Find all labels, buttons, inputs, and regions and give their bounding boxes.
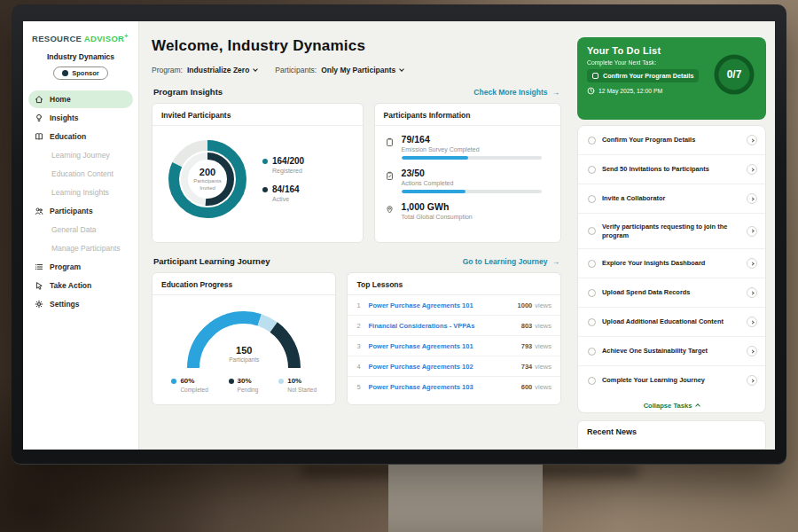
sidebar-item-learning-insights[interactable]: Learning Insights (28, 184, 133, 201)
sidebar-item-education-content[interactable]: Education Content (28, 165, 133, 183)
card-title: Education Progress (153, 273, 335, 295)
sidebar-item-insights[interactable]: Insights (28, 109, 133, 127)
chevron-right-icon[interactable] (747, 317, 757, 327)
sidebar-item-manage-participants[interactable]: Manage Participants (28, 239, 133, 257)
lesson-row: 3 Power Purchase Agreements 101 793views (348, 336, 560, 356)
home-icon (35, 95, 43, 104)
lesson-link[interactable]: Power Purchase Agreements 101 (368, 342, 520, 350)
stat-value: 1,000 GWh (402, 201, 473, 212)
views-label: views (535, 322, 552, 330)
checkbox-icon[interactable] (588, 195, 596, 203)
clock-icon (587, 87, 595, 95)
sidebar-item-program[interactable]: Program (28, 258, 133, 276)
list-icon (35, 262, 43, 271)
sidebar-item-label: Education Content (51, 169, 113, 178)
views-label: views (535, 301, 552, 309)
actions-completed-stat: 23/50 Actions Completed (385, 168, 551, 193)
active-label: Active (272, 196, 304, 202)
todo-progress-text: 0/7 (727, 68, 742, 81)
gauge-center-value: 150 (153, 345, 335, 356)
chevron-right-icon[interactable] (747, 164, 757, 175)
task-row[interactable]: Explore Your Insights Dashboard (578, 249, 765, 278)
chevron-right-icon[interactable] (747, 193, 757, 204)
participants-filter-dropdown[interactable]: Only My Participants (321, 66, 403, 74)
recent-news-header[interactable]: Recent News (577, 420, 766, 450)
registered-label: Registered (272, 168, 304, 174)
stat-value: 23/50 (402, 168, 542, 178)
sidebar-nav: Home Insights Education Learning Journey (23, 90, 138, 313)
sidebar-item-participants[interactable]: Participants (28, 202, 133, 220)
lesson-views: 1000 (518, 301, 533, 309)
chevron-right-icon[interactable] (747, 346, 757, 356)
chevron-right-icon[interactable] (747, 258, 757, 269)
next-task-chip[interactable]: Confirm Your Program Details (587, 69, 699, 82)
task-row[interactable]: Verify participants requesting to join t… (578, 214, 765, 249)
emission-survey-stat: 79/164 Emission Survey Completed (385, 134, 551, 160)
chevron-down-icon (399, 66, 404, 72)
participants-information-card: Participants Information 79/164 Emission… (374, 103, 561, 243)
check-more-insights-link[interactable]: Check More Insights (473, 88, 559, 97)
not-started-value: 10% (287, 377, 301, 385)
checkbox-icon[interactable] (588, 318, 596, 326)
donut-center-label: Participants Invited (188, 178, 227, 191)
sidebar-item-general-data[interactable]: General Data (28, 221, 133, 239)
survey-icon (385, 134, 395, 160)
checkbox-icon[interactable] (588, 377, 596, 385)
checkbox-icon[interactable] (588, 166, 596, 174)
task-row[interactable]: Upload Spend Data Records (578, 278, 765, 308)
sidebar-item-label: Manage Participants (51, 244, 121, 253)
logo-advisor: ADVISOR (84, 34, 124, 43)
go-to-learning-journey-link[interactable]: Go to Learning Journey (463, 257, 559, 266)
todo-panel: Your To Do List Complete Your Next Task:… (574, 21, 775, 450)
views-label: views (535, 342, 552, 350)
chevron-right-icon[interactable] (747, 135, 757, 145)
task-row[interactable]: Complete Your Learning Journey (578, 366, 765, 395)
task-row[interactable]: Confirm Your Program Details (578, 126, 765, 155)
program-filter-dropdown[interactable]: Industrialize Zero (187, 66, 257, 74)
program-filter-value: Industrialize Zero (187, 66, 249, 74)
lesson-link[interactable]: Power Purchase Agreements 101 (368, 301, 517, 309)
task-label: Send 50 Invitations to Participants (602, 165, 740, 174)
lesson-link[interactable]: Power Purchase Agreements 102 (368, 363, 520, 371)
sidebar-item-education[interactable]: Education (28, 128, 133, 145)
collapse-tasks-button[interactable]: Collapse Tasks (578, 395, 765, 413)
task-label: Verify participants requesting to join t… (602, 223, 740, 239)
checkbox-icon[interactable] (588, 260, 596, 268)
active-dot (262, 187, 268, 192)
completed-dot (171, 379, 176, 384)
gear-icon (35, 300, 43, 309)
lesson-link[interactable]: Financial Considerations - VPPAs (368, 322, 520, 330)
checkbox-icon[interactable] (592, 73, 598, 79)
task-row[interactable]: Send 50 Invitations to Participants (578, 155, 765, 184)
sidebar-item-label: Insights (50, 113, 79, 122)
chevron-right-icon[interactable] (747, 287, 757, 298)
task-row[interactable]: Achieve One Sustainability Target (578, 337, 765, 366)
completed-label: Completed (180, 387, 207, 393)
pending-dot (229, 379, 234, 384)
sidebar-item-learning-journey[interactable]: Learning Journey (28, 146, 133, 164)
card-title: Participants Information (375, 104, 560, 126)
task-row[interactable]: Invite a Collaborator (578, 184, 765, 214)
task-label: Confirm Your Program Details (602, 136, 740, 145)
checkbox-icon[interactable] (588, 289, 596, 297)
org-name: Industry Dynamics (23, 52, 138, 61)
registered-dot (262, 159, 268, 164)
lesson-link[interactable]: Power Purchase Agreements 103 (368, 383, 520, 391)
checkbox-icon[interactable] (588, 227, 596, 235)
participants-filter-label: Participants: (275, 66, 317, 74)
chevron-right-icon[interactable] (747, 375, 757, 386)
task-row[interactable]: Upload Additional Educational Content (578, 308, 765, 337)
checkbox-icon[interactable] (588, 348, 596, 356)
task-label: Upload Additional Educational Content (602, 317, 740, 326)
not-started-label: Not Started (287, 387, 317, 393)
sidebar-item-home[interactable]: Home (28, 90, 133, 108)
collapse-label: Collapse Tasks (644, 402, 692, 410)
checkbox-icon[interactable] (588, 137, 596, 145)
sidebar-item-label: Learning Journey (51, 151, 110, 160)
chevron-right-icon[interactable] (747, 226, 757, 237)
sidebar-item-settings[interactable]: Settings (28, 295, 133, 313)
sidebar-item-take-action[interactable]: Take Action (28, 277, 133, 294)
cursor-icon (35, 281, 43, 290)
sponsor-badge[interactable]: Sponsor (53, 66, 107, 80)
todo-task-list: Confirm Your Program Details Send 50 Inv… (577, 125, 766, 413)
